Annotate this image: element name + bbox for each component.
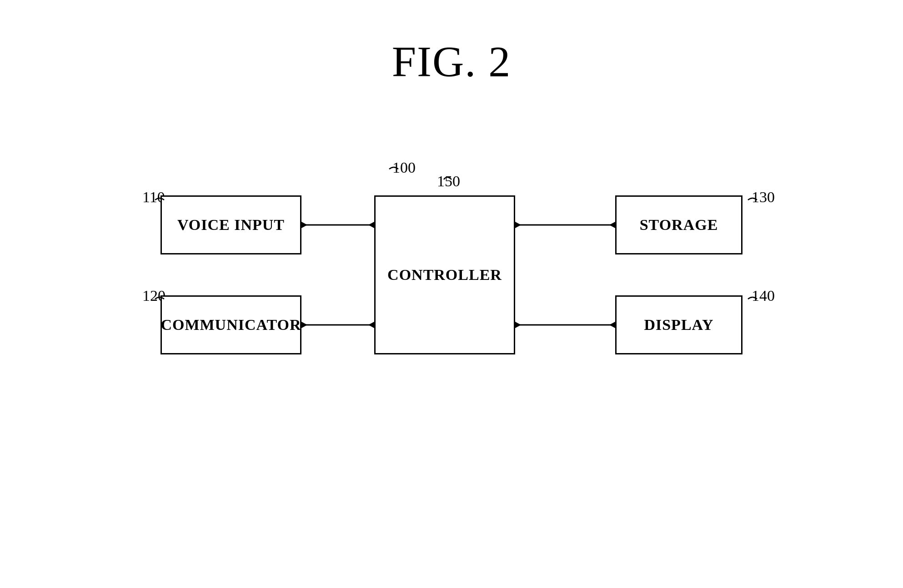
display-label: DISPLAY <box>644 316 713 334</box>
svg-marker-5 <box>368 222 374 228</box>
storage-label: STORAGE <box>640 216 718 234</box>
figure-title: FIG. 2 <box>0 0 903 87</box>
blocks-area: 100 150 110 120 130 140 VOICE INPUT COMM… <box>133 164 770 418</box>
svg-marker-8 <box>368 322 374 328</box>
svg-marker-11 <box>609 222 615 228</box>
diagram-container: 100 150 110 120 130 140 VOICE INPUT COMM… <box>0 127 903 588</box>
svg-marker-10 <box>515 222 521 228</box>
svg-marker-13 <box>515 322 521 328</box>
voice-input-label: VOICE INPUT <box>177 216 285 234</box>
ref-label-130: 130 <box>752 189 775 206</box>
storage-block: STORAGE <box>615 195 742 254</box>
display-block: DISPLAY <box>615 295 742 354</box>
ref-label-140: 140 <box>752 287 775 304</box>
voice-input-block: VOICE INPUT <box>161 195 301 254</box>
controller-block: CONTROLLER <box>374 195 515 354</box>
svg-marker-7 <box>301 322 307 328</box>
ref-label-100: 100 <box>392 159 416 176</box>
svg-marker-4 <box>301 222 307 228</box>
ref-label-150: 150 <box>437 173 460 190</box>
communicator-block: COMMUNICATOR <box>161 295 301 354</box>
communicator-label: COMMUNICATOR <box>161 316 301 334</box>
svg-marker-14 <box>609 322 615 328</box>
controller-label: CONTROLLER <box>387 266 502 284</box>
